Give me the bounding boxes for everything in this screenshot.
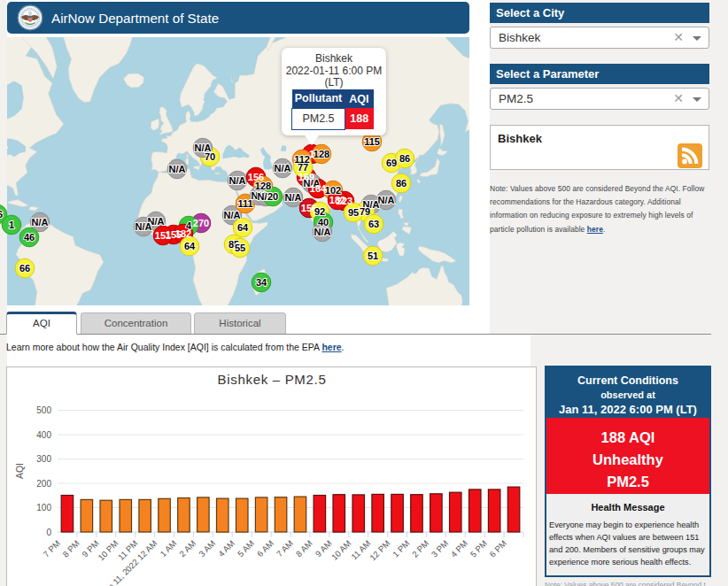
svg-text:4 AM: 4 AM: [216, 538, 236, 559]
svg-text:3 PM: 3 PM: [430, 538, 451, 559]
svg-text:2 PM: 2 PM: [410, 538, 431, 559]
svg-text:100: 100: [36, 503, 51, 513]
svg-text:7 AM: 7 AM: [275, 538, 295, 559]
svg-text:7 PM: 7 PM: [41, 538, 62, 559]
svg-text:AQI: AQI: [14, 463, 25, 479]
svg-text:1 PM: 1 PM: [391, 538, 412, 559]
svg-text:10 PM: 10 PM: [96, 538, 120, 562]
svg-text:Bishkek – PM2.5: Bishkek – PM2.5: [217, 372, 326, 387]
svg-text:10 AM: 10 AM: [329, 538, 353, 562]
svg-text:8 PM: 8 PM: [60, 538, 81, 559]
svg-text:5 PM: 5 PM: [469, 538, 490, 559]
svg-text:1 AM: 1 AM: [158, 538, 178, 559]
svg-text:5 AM: 5 AM: [236, 538, 256, 559]
svg-text:500: 500: [36, 405, 51, 415]
svg-text:11 AM: 11 AM: [349, 538, 372, 561]
svg-text:8 AM: 8 AM: [294, 538, 314, 559]
svg-text:6 PM: 6 PM: [487, 538, 508, 559]
svg-text:3 AM: 3 AM: [197, 538, 217, 559]
svg-text:6 AM: 6 AM: [255, 538, 275, 559]
svg-text:2 AM: 2 AM: [177, 538, 197, 559]
svg-text:4 PM: 4 PM: [449, 538, 470, 559]
svg-text:400: 400: [36, 430, 51, 440]
svg-text:300: 300: [36, 454, 51, 464]
svg-text:200: 200: [36, 479, 51, 489]
svg-text:0: 0: [46, 528, 51, 537]
svg-text:12 PM: 12 PM: [368, 538, 391, 562]
